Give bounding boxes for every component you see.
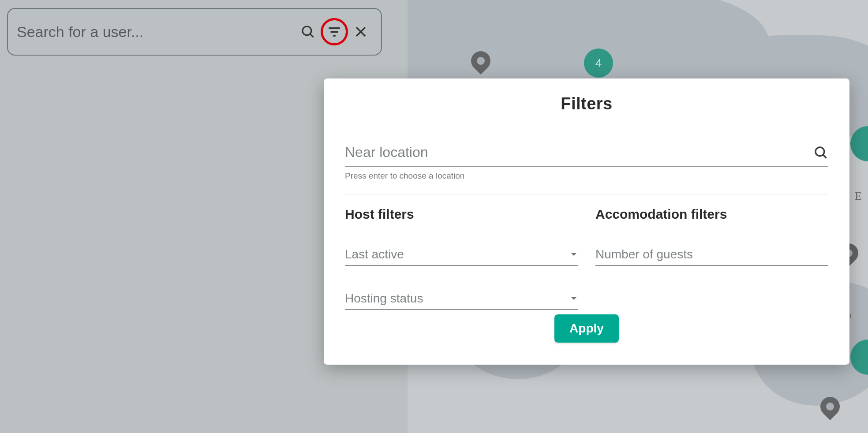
- last-active-select[interactable]: Last active: [345, 243, 578, 266]
- location-input[interactable]: [345, 142, 813, 163]
- close-icon: [354, 25, 367, 38]
- svg-rect-4: [333, 35, 336, 37]
- location-field[interactable]: [345, 142, 828, 167]
- location-hint: Press enter to choose a location: [345, 171, 828, 181]
- host-filters-column: Host filters Last active Hosting status: [345, 207, 578, 310]
- clear-icon-button[interactable]: [351, 22, 370, 41]
- hosting-status-label: Hosting status: [345, 291, 423, 306]
- divider: [345, 194, 828, 194]
- map-cluster-count: 4: [595, 56, 602, 70]
- accommodation-filters-title: Accomodation filters: [595, 207, 828, 222]
- number-of-guests-label: Number of guests: [595, 247, 693, 261]
- search-icon: [300, 24, 315, 39]
- svg-point-0: [303, 26, 311, 35]
- svg-point-7: [816, 147, 824, 156]
- hosting-status-select[interactable]: Hosting status: [345, 287, 578, 310]
- number-of-guests-field[interactable]: Number of guests: [595, 243, 828, 266]
- accommodation-filters-column: Accomodation filters Number of guests: [595, 207, 828, 310]
- filters-dialog: Filters Press enter to choose a location…: [324, 78, 849, 365]
- search-icon-button[interactable]: [298, 22, 318, 41]
- svg-rect-2: [329, 27, 340, 29]
- chevron-down-icon: [570, 250, 578, 258]
- map-region-label-e: E: [855, 190, 862, 203]
- map-cluster-marker[interactable]: 4: [584, 49, 613, 78]
- filter-icon: [327, 24, 342, 39]
- dialog-title: Filters: [345, 94, 828, 113]
- search-icon: [813, 145, 828, 160]
- last-active-label: Last active: [345, 247, 404, 261]
- svg-line-1: [310, 34, 314, 37]
- svg-rect-3: [331, 31, 338, 33]
- host-filters-title: Host filters: [345, 207, 578, 222]
- apply-button[interactable]: Apply: [554, 314, 619, 343]
- search-input[interactable]: [17, 23, 298, 41]
- svg-line-8: [823, 154, 827, 158]
- chevron-down-icon: [570, 295, 578, 302]
- search-bar: [7, 8, 382, 56]
- filter-icon-button[interactable]: [325, 22, 344, 41]
